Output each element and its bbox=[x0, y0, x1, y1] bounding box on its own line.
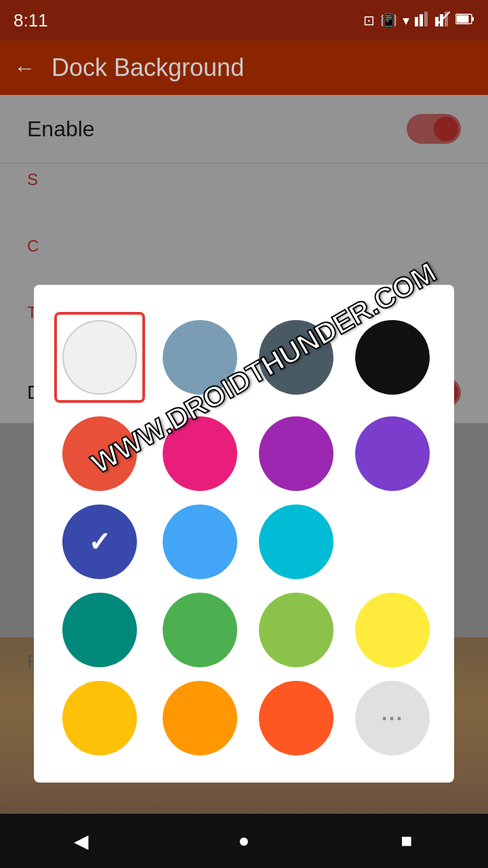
color-cell-white[interactable] bbox=[54, 312, 145, 403]
svg-rect-2 bbox=[424, 12, 428, 26]
status-bar: 8:11 ⊡ 📳 ▾ bbox=[0, 0, 488, 41]
nav-home-button[interactable]: ● bbox=[224, 821, 264, 861]
status-icons: ⊡ 📳 ▾ bbox=[363, 12, 474, 30]
color-grid: ✓ bbox=[47, 305, 441, 762]
color-black[interactable] bbox=[355, 320, 430, 395]
signal2-icon bbox=[435, 12, 450, 30]
color-red-orange[interactable] bbox=[259, 681, 333, 755]
color-sky-blue[interactable] bbox=[163, 505, 237, 579]
signal-icon bbox=[415, 12, 430, 30]
nav-recents-button[interactable]: ■ bbox=[386, 821, 427, 861]
color-cell-black[interactable] bbox=[351, 312, 434, 403]
screen-rotation-icon: ⊡ bbox=[363, 12, 375, 28]
color-purple[interactable] bbox=[259, 416, 333, 491]
color-cell-golden[interactable] bbox=[54, 681, 145, 755]
color-more-button[interactable]: ··· bbox=[355, 681, 430, 755]
back-button[interactable]: ← bbox=[14, 56, 35, 81]
color-cyan[interactable] bbox=[259, 505, 333, 579]
color-teal[interactable] bbox=[62, 593, 137, 667]
color-hot-pink[interactable] bbox=[163, 416, 237, 491]
color-cell-cobalt-blue[interactable]: ✓ bbox=[54, 505, 145, 579]
color-dark-gray[interactable] bbox=[259, 320, 333, 395]
color-cell-lime[interactable] bbox=[255, 593, 338, 667]
color-cell-steel-blue[interactable] bbox=[159, 312, 241, 403]
top-bar: ← Dock Background bbox=[0, 41, 488, 95]
color-coral[interactable] bbox=[62, 416, 137, 491]
color-yellow[interactable] bbox=[355, 593, 430, 667]
main-content: Enable S C T D Preview bbox=[0, 95, 488, 868]
color-cell-empty1 bbox=[351, 505, 434, 579]
color-cell-yellow[interactable] bbox=[351, 593, 434, 667]
color-orange[interactable] bbox=[163, 681, 237, 755]
color-white[interactable] bbox=[62, 320, 137, 395]
color-cell-purple[interactable] bbox=[255, 416, 338, 491]
battery-icon bbox=[455, 13, 474, 28]
color-cell-dark-gray[interactable] bbox=[255, 312, 338, 403]
more-dots: ··· bbox=[382, 706, 404, 731]
color-cell-orange[interactable] bbox=[159, 681, 241, 755]
color-cell-teal[interactable] bbox=[54, 593, 145, 667]
color-cell-coral[interactable] bbox=[54, 416, 145, 491]
color-picker-dialog: ✓ bbox=[34, 285, 454, 783]
status-time: 8:11 bbox=[14, 10, 48, 31]
nav-back-button[interactable]: ◀ bbox=[61, 821, 102, 861]
color-cell-green[interactable] bbox=[159, 593, 241, 667]
color-steel-blue[interactable] bbox=[163, 320, 237, 395]
color-golden[interactable] bbox=[62, 681, 137, 755]
svg-rect-1 bbox=[420, 14, 423, 26]
page-title: Dock Background bbox=[52, 54, 244, 82]
svg-rect-0 bbox=[415, 17, 418, 26]
color-violet[interactable] bbox=[355, 416, 430, 491]
wifi-icon: ▾ bbox=[403, 12, 409, 28]
color-green[interactable] bbox=[163, 593, 237, 667]
color-cell-violet[interactable] bbox=[351, 416, 434, 491]
checkmark-icon: ✓ bbox=[88, 526, 111, 557]
color-cell-more[interactable]: ··· bbox=[351, 681, 434, 755]
color-cell-cyan[interactable] bbox=[255, 505, 338, 579]
color-cell-red-orange[interactable] bbox=[255, 681, 338, 755]
vibrate-icon: 📳 bbox=[380, 12, 397, 28]
bottom-nav: ◀ ● ■ bbox=[0, 814, 488, 868]
color-cell-sky-blue[interactable] bbox=[159, 505, 241, 579]
color-cell-hot-pink[interactable] bbox=[159, 416, 241, 491]
svg-rect-9 bbox=[457, 15, 469, 22]
color-lime[interactable] bbox=[259, 593, 333, 667]
color-cobalt-blue[interactable]: ✓ bbox=[62, 505, 137, 579]
svg-rect-8 bbox=[472, 17, 474, 21]
